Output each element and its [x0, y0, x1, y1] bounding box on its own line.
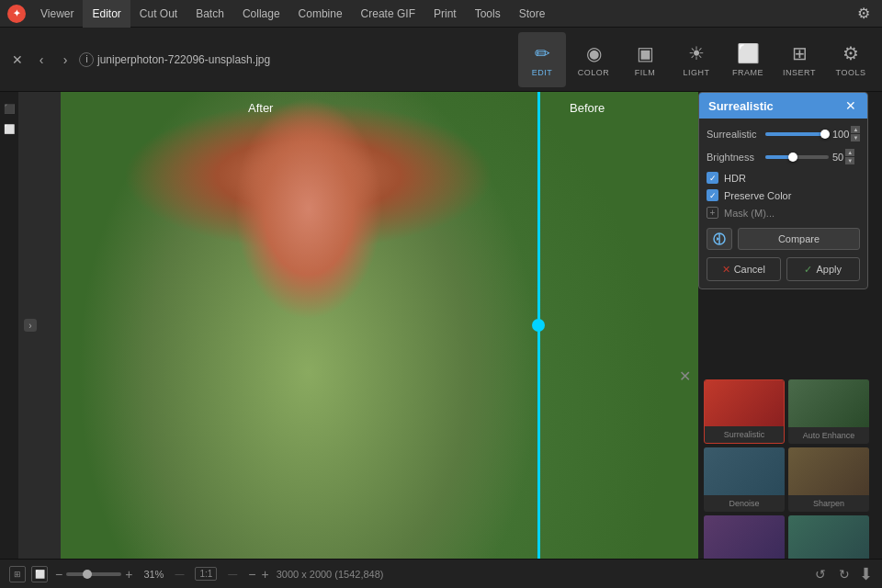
dialog-header: Surrealistic ✕ [699, 93, 867, 119]
menu-creategif[interactable]: Create GIF [352, 0, 424, 28]
effect-item-5[interactable]: Vignette [704, 515, 785, 559]
close-button[interactable]: ✕ [7, 50, 28, 70]
effect-thumb-4 [788, 447, 869, 495]
surrealistic-slider-track[interactable] [765, 132, 829, 136]
color-icon: ◉ [586, 42, 602, 64]
tool-frame[interactable]: ⬜ FRAME [724, 32, 772, 87]
cancel-button[interactable]: ✕ Cancel [707, 257, 781, 281]
tool-frame-label: FRAME [732, 68, 763, 77]
mask-row: + Mask (M)... [707, 207, 860, 219]
brightness-slider-thumb [788, 153, 797, 162]
tool-edit[interactable]: ✏ EDIT [518, 32, 566, 87]
apply-check-icon: ✓ [804, 264, 812, 276]
settings-gear-icon[interactable]: ⚙ [853, 3, 875, 25]
zoom-value: 31% [143, 569, 164, 580]
dialog-title: Surrealistic [708, 99, 774, 113]
frame-icon: ⬜ [737, 42, 760, 64]
tool-color[interactable]: ◉ COLOR [570, 32, 617, 87]
photo-background [61, 92, 698, 559]
brightness-spin-down[interactable]: ▼ [845, 157, 854, 164]
apply-button[interactable]: ✓ Apply [786, 257, 861, 281]
effect-item-4[interactable]: Sharpen [788, 447, 869, 512]
menu-combine[interactable]: Combine [289, 0, 352, 28]
surrealistic-slider-row: Surrealistic 100 ▲ ▼ [707, 126, 860, 141]
tool-film[interactable]: ▣ FILM [621, 32, 669, 87]
compare-icon-button[interactable] [707, 228, 732, 250]
nav-controls: ✕ ‹ › ⅰ juniperphoton-722096-unsplash.jp… [7, 50, 270, 70]
left-tool-select[interactable]: ⬛ [2, 101, 17, 116]
top-menu-bar: ✦ Viewer Editor Cut Out Batch Collage Co… [0, 0, 882, 28]
menu-store[interactable]: Store [510, 0, 555, 28]
dimensions-label: 3000 x 2000 (1542,848) [277, 569, 384, 580]
back-button[interactable]: ‹ [31, 50, 51, 70]
filename-label: juniperphoton-722096-unsplash.jpg [97, 53, 270, 66]
zoom-minus-button[interactable]: − [55, 567, 62, 582]
effect-name-surrealistic: Surrealistic [724, 430, 765, 439]
menu-cutout[interactable]: Cut Out [130, 0, 187, 28]
menu-print[interactable]: Print [424, 0, 466, 28]
zoom-size-controls: − + [248, 567, 268, 582]
menu-editor[interactable]: Editor [83, 0, 130, 28]
tool-edit-label: EDIT [532, 68, 553, 77]
tool-light-label: LIGHT [683, 68, 709, 77]
surrealistic-spinners: ▲ ▼ [851, 126, 860, 141]
menu-batch[interactable]: Batch [187, 0, 233, 28]
effect-item-6[interactable]: Crop/Resize [788, 515, 869, 559]
surrealistic-dialog: Surrealistic ✕ Surrealistic 100 ▲ ▼ [698, 92, 868, 289]
compare-button[interactable]: Compare [738, 228, 860, 250]
effect-name-4: Sharpen [813, 499, 844, 508]
menu-collage[interactable]: Collage [233, 0, 289, 28]
light-icon: ☀ [688, 42, 705, 64]
brightness-spin-up[interactable]: ▲ [845, 149, 854, 156]
zoom-slider[interactable] [66, 572, 121, 576]
menu-viewer[interactable]: Viewer [31, 0, 83, 28]
tool-insert[interactable]: ⊞ INSERT [775, 32, 823, 87]
forward-button[interactable]: › [55, 50, 75, 70]
size-minus-icon[interactable]: − [248, 567, 255, 582]
dialog-close-button[interactable]: ✕ [843, 98, 858, 113]
info-button[interactable]: ⅰ [79, 52, 94, 67]
download-icon[interactable]: ⬇ [859, 564, 873, 584]
tool-light[interactable]: ☀ LIGHT [673, 32, 720, 87]
compare-row: Compare [707, 228, 860, 250]
left-tool-crop[interactable]: ⬜ [2, 121, 17, 136]
undo-button[interactable]: ↺ [811, 565, 830, 583]
tool-color-label: COLOR [578, 68, 610, 77]
brightness-slider-track[interactable] [765, 155, 829, 159]
app-icon: ✦ [7, 5, 26, 23]
hdr-checkbox[interactable]: ✓ [707, 172, 718, 184]
fit-button[interactable]: ⬜ [31, 566, 48, 582]
split-handle[interactable] [532, 319, 545, 332]
after-label: After [248, 101, 273, 115]
zoom-slider-thumb [83, 570, 92, 579]
surrealistic-spin-up[interactable]: ▲ [851, 126, 860, 133]
zoom-plus-button[interactable]: + [125, 567, 132, 582]
mask-plus-icon: + [707, 207, 718, 219]
film-icon: ▣ [637, 42, 654, 64]
effect-thumb-3 [704, 447, 785, 495]
toolbar: ✕ ‹ › ⅰ juniperphoton-722096-unsplash.jp… [0, 28, 882, 92]
mask-label[interactable]: Mask (M)... [724, 208, 775, 219]
panel-toggle-arrow[interactable]: › [24, 319, 37, 332]
compare-split-icon [713, 232, 726, 245]
grid-view-button[interactable]: ⊞ [9, 566, 26, 582]
effect-thumb-surrealistic [705, 380, 784, 426]
redo-button[interactable]: ↻ [835, 565, 854, 583]
edit-icon: ✏ [535, 42, 550, 64]
bottom-right-buttons: ↺ ↻ ⬇ [811, 564, 873, 584]
surrealistic-spin-down[interactable]: ▼ [851, 134, 860, 141]
effect-item-surrealistic[interactable]: Surrealistic [704, 379, 785, 444]
preserve-color-checkbox-row: ✓ Preserve Color [707, 189, 860, 201]
menu-tools[interactable]: Tools [466, 0, 510, 28]
effect-thumb-5 [704, 515, 785, 559]
main-area: ⬛ ⬜ After Before › Surrealistic ✕ [0, 92, 882, 559]
preserve-color-checkbox[interactable]: ✓ [707, 189, 718, 201]
ratio-button[interactable]: 1:1 [195, 567, 217, 581]
effect-item-2[interactable]: Auto Enhance [788, 379, 869, 444]
effect-item-3[interactable]: Denoise [704, 447, 785, 512]
size-plus-icon[interactable]: + [262, 567, 269, 582]
surrealistic-slider-label: Surrealistic [707, 129, 762, 140]
bottom-bar: ⊞ ⬜ − + 31% — 1:1 — − + 3000 x 2000 (154… [0, 559, 882, 588]
canvas-close-button[interactable]: ✕ [679, 368, 691, 385]
tool-tools[interactable]: ⚙ TOOLS [827, 32, 875, 87]
